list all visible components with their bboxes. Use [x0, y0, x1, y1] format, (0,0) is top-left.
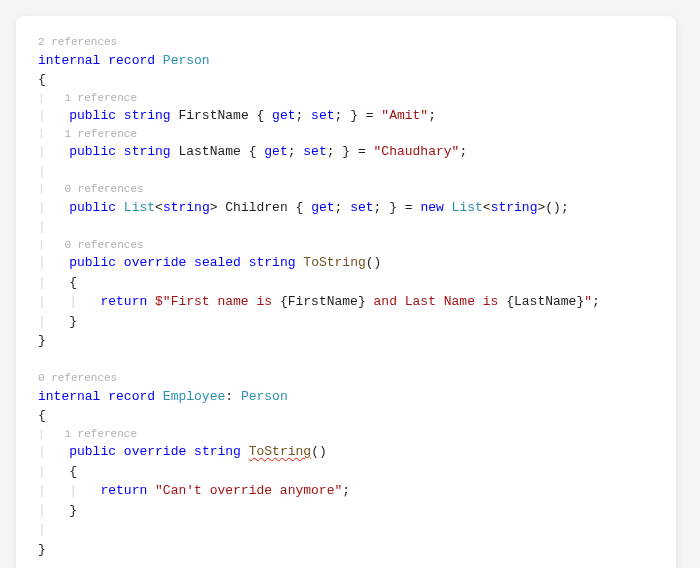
code-line: | } — [38, 501, 654, 521]
code-line: | public string LastName { get; set; } =… — [38, 142, 654, 162]
code-line: { — [38, 406, 654, 426]
blank-line: | — [38, 520, 654, 540]
brace: { — [38, 72, 46, 87]
code-line: } — [38, 331, 654, 351]
keyword: record — [108, 53, 155, 68]
codelens-lastname[interactable]: | 1 reference — [38, 126, 654, 143]
code-line: } — [38, 540, 654, 560]
code-line: | | return $"First name is {FirstName} a… — [38, 292, 654, 312]
code-line: internal record Person — [38, 51, 654, 71]
type-name: Person — [163, 53, 210, 68]
code-line: | { — [38, 462, 654, 482]
codelens-tostring2[interactable]: | 1 reference — [38, 426, 654, 443]
error-squiggle[interactable]: ToString — [249, 444, 311, 459]
codelens-employee[interactable]: 0 references — [38, 370, 654, 387]
blank-line: | — [38, 217, 654, 237]
code-line: | public string FirstName { get; set; } … — [38, 106, 654, 126]
codelens-person[interactable]: 2 references — [38, 34, 654, 51]
code-line: | | return "Can't override anymore"; — [38, 481, 654, 501]
code-line: | public override sealed string ToString… — [38, 253, 654, 273]
code-line: { — [38, 70, 654, 90]
blank-line — [38, 351, 654, 371]
code-line: internal record Employee: Person — [38, 387, 654, 407]
code-line: | { — [38, 273, 654, 293]
code-line: | public List<string> Children { get; se… — [38, 198, 654, 218]
keyword: internal — [38, 53, 100, 68]
code-editor-card: 2 references internal record Person { | … — [16, 16, 676, 568]
code-line: | public override string ToString() — [38, 442, 654, 462]
codelens-firstname[interactable]: | 1 reference — [38, 90, 654, 107]
codelens-children[interactable]: | 0 references — [38, 181, 654, 198]
blank-line: | — [38, 162, 654, 182]
codelens-tostring1[interactable]: | 0 references — [38, 237, 654, 254]
code-line: | } — [38, 312, 654, 332]
